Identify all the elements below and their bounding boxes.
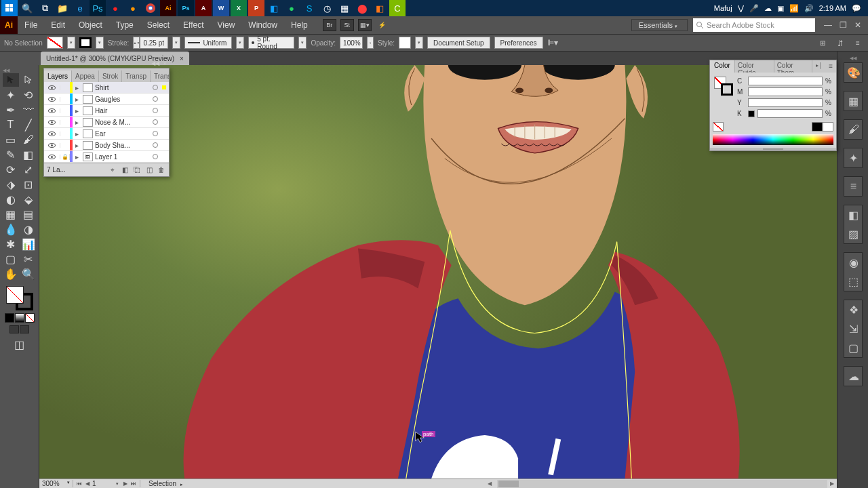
powerpoint-icon[interactable]: P bbox=[248, 0, 264, 16]
eyedropper-tool[interactable]: 💧 bbox=[3, 222, 19, 236]
transform-icon[interactable]: ⊞ bbox=[816, 37, 829, 49]
brush-definition[interactable]: 5 pt. Round bbox=[248, 37, 294, 49]
target-icon[interactable] bbox=[153, 119, 162, 125]
skype-icon[interactable]: S bbox=[301, 0, 317, 16]
tab-layers[interactable]: Layers bbox=[44, 70, 72, 82]
menu-edit[interactable]: Edit bbox=[44, 16, 72, 34]
whatsapp-icon[interactable]: ● bbox=[283, 0, 300, 16]
target-icon[interactable] bbox=[153, 154, 162, 159]
line-tool[interactable]: ╱ bbox=[20, 118, 37, 131]
new-sublayer-icon[interactable]: ⿻ bbox=[132, 165, 142, 175]
layer-name[interactable]: Shirt bbox=[95, 84, 153, 92]
fill-stroke-control[interactable] bbox=[6, 286, 33, 310]
visibility-toggle[interactable] bbox=[44, 143, 60, 148]
layer-name[interactable]: Gaugles bbox=[95, 96, 153, 103]
channel-k-input[interactable] bbox=[757, 109, 823, 118]
hscroll-right[interactable]: ▶ bbox=[830, 481, 837, 487]
visibility-toggle[interactable] bbox=[44, 85, 60, 90]
lock-toggle[interactable]: 🔒 bbox=[60, 154, 70, 160]
stroke-weight-stepper[interactable]: ▲▼ bbox=[133, 37, 140, 49]
tab-stroke[interactable]: Strok bbox=[99, 70, 122, 82]
tray-notifications-icon[interactable]: 💬 bbox=[852, 4, 861, 13]
acrobat-icon[interactable]: A bbox=[195, 0, 212, 16]
dock-layers-icon[interactable]: ❖ bbox=[844, 300, 863, 319]
style-swatch[interactable] bbox=[399, 37, 411, 49]
app-logo[interactable]: Ai bbox=[0, 16, 18, 34]
clipping-mask-icon[interactable]: ◧ bbox=[120, 165, 130, 175]
shape-builder-tool[interactable]: ◐ bbox=[3, 192, 19, 206]
tab-transparency[interactable]: Transp bbox=[122, 70, 151, 82]
tray-chevron-icon[interactable]: ⋁ bbox=[738, 4, 744, 13]
shaper-tool[interactable]: ✎ bbox=[3, 148, 19, 161]
layer-name[interactable]: Hair bbox=[95, 107, 153, 115]
zoom-level[interactable]: 300%▾ bbox=[39, 480, 73, 487]
artboard-dropdown[interactable]: ▾ bbox=[114, 481, 121, 487]
menu-effect[interactable]: Effect bbox=[176, 16, 210, 34]
dock-graphic-styles-icon[interactable]: ⬚ bbox=[844, 272, 863, 291]
menu-help[interactable]: Help bbox=[284, 16, 315, 34]
locate-object-icon[interactable]: ⌖ bbox=[108, 165, 117, 175]
perspective-tool[interactable]: ⬙ bbox=[20, 192, 37, 206]
visibility-toggle[interactable] bbox=[44, 155, 60, 159]
graph-tool[interactable]: 📊 bbox=[20, 237, 37, 251]
expand-toggle[interactable]: ▸ bbox=[73, 84, 81, 92]
opacity-input[interactable]: 100% bbox=[340, 37, 363, 49]
app-icon-1[interactable]: ◧ bbox=[266, 0, 282, 16]
hscroll-left[interactable]: ◀ bbox=[488, 481, 494, 487]
layer-row[interactable]: ▸Body Sha... bbox=[44, 140, 169, 151]
panel-close-icon[interactable]: × bbox=[161, 59, 169, 67]
magic-wand-tool[interactable]: ✦ bbox=[3, 88, 19, 102]
menu-type[interactable]: Type bbox=[109, 16, 140, 34]
opera-icon[interactable]: ● bbox=[107, 0, 123, 16]
color-mode-solid[interactable] bbox=[5, 313, 14, 323]
dock-collapse-icon[interactable]: ◀◀ bbox=[850, 56, 856, 61]
task-view-icon[interactable]: ⧉ bbox=[37, 0, 53, 16]
fill-dropdown[interactable]: ▾ bbox=[67, 37, 75, 49]
arrange-docs-icon[interactable]: ▦▾ bbox=[358, 19, 372, 31]
dock-stroke-icon[interactable]: ≡ bbox=[844, 177, 863, 196]
free-transform-tool[interactable]: ⊡ bbox=[20, 178, 37, 191]
color-panel-collapse[interactable]: ▸│ bbox=[812, 60, 825, 73]
visibility-toggle[interactable] bbox=[44, 108, 60, 113]
dock-artboards-icon[interactable]: ▢ bbox=[844, 338, 863, 357]
symbol-sprayer-tool[interactable]: ✱ bbox=[3, 237, 19, 251]
target-icon[interactable] bbox=[153, 108, 162, 113]
stroke-weight-dropdown[interactable]: ▾ bbox=[172, 37, 180, 49]
visibility-toggle[interactable] bbox=[44, 97, 60, 102]
stroke-weight-input[interactable]: 0.25 pt bbox=[140, 37, 168, 49]
channel-m-input[interactable] bbox=[748, 87, 823, 96]
dock-color-icon[interactable]: 🎨 bbox=[844, 63, 863, 82]
draw-mode-icon[interactable]: ◫ bbox=[12, 338, 28, 351]
dock-symbols-icon[interactable]: ✦ bbox=[844, 148, 863, 167]
expand-toggle[interactable]: ▸ bbox=[73, 119, 81, 126]
artboard-prev[interactable]: ◀ bbox=[84, 481, 91, 487]
mesh-tool[interactable]: ▦ bbox=[3, 207, 19, 221]
chrome-icon[interactable] bbox=[142, 0, 159, 16]
rectangle-tool[interactable]: ▭ bbox=[3, 133, 19, 146]
color-panel-menu[interactable]: ≡ bbox=[825, 60, 836, 73]
expand-toggle[interactable]: ▸ bbox=[73, 130, 81, 138]
channel-c-input[interactable] bbox=[748, 77, 823, 85]
target-icon[interactable] bbox=[153, 131, 162, 136]
blend-tool[interactable]: ◑ bbox=[20, 222, 37, 236]
layer-name[interactable]: Ear bbox=[95, 130, 153, 138]
eraser-tool[interactable]: ◧ bbox=[20, 148, 37, 161]
start-button[interactable] bbox=[1, 0, 18, 16]
fill-color-swatch[interactable] bbox=[6, 286, 24, 304]
opacity-slider-icon[interactable]: › bbox=[367, 37, 374, 49]
artboard-last[interactable]: ⏭ bbox=[130, 481, 137, 487]
stroke-swatch[interactable] bbox=[79, 37, 92, 48]
dock-swatches-icon[interactable]: ▦ bbox=[844, 92, 863, 110]
type-tool[interactable]: T bbox=[3, 118, 19, 131]
panel-menu-icon[interactable]: ≡ bbox=[852, 37, 864, 49]
layer-name[interactable]: Body Sha... bbox=[95, 142, 153, 149]
menu-object[interactable]: Object bbox=[72, 16, 109, 34]
app-icon-4[interactable]: ◧ bbox=[372, 0, 388, 16]
tab-color-themes[interactable]: Color Them bbox=[774, 60, 813, 73]
photoshop-icon[interactable]: Ps bbox=[90, 0, 106, 16]
width-tool[interactable]: ⬗ bbox=[3, 178, 19, 191]
layer-row[interactable]: ▸Shirt bbox=[44, 82, 169, 94]
expand-toggle[interactable]: ▸ bbox=[73, 96, 81, 103]
rotate-tool[interactable]: ⟳ bbox=[3, 163, 19, 176]
gpu-icon[interactable]: ⚡ bbox=[376, 19, 389, 31]
